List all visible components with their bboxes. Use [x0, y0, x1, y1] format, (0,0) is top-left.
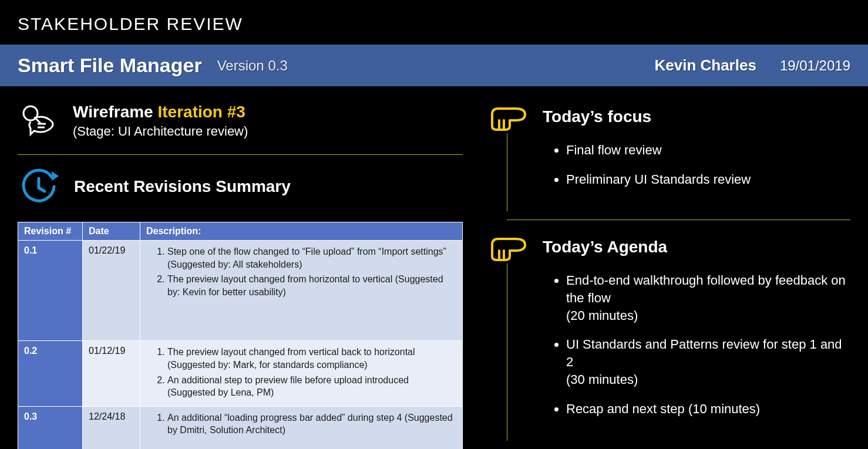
revisions-table: Revision # Date Description: 0.1 01/22/1… [18, 222, 463, 449]
agenda-item: UI Standards and Patterns review for ste… [566, 336, 850, 388]
page-title: STAKEHOLDER REVIEW [0, 0, 868, 45]
col-header-description: Description: [140, 222, 463, 241]
agenda-section: Today’s Agenda End-to-end walkthrough fo… [486, 231, 850, 441]
revision-date: 12/24/18 [83, 406, 140, 449]
divider [18, 154, 463, 155]
pointing-hand-icon [486, 231, 529, 264]
revisions-title: Recent Revisions Summary [74, 177, 291, 196]
svg-line-6 [39, 188, 45, 191]
revision-item: The preview layout changed from horizont… [167, 273, 456, 298]
revision-description: The preview layout changed from vertical… [140, 341, 463, 406]
svg-marker-4 [52, 171, 59, 181]
revision-item: An additional step to preview file befor… [167, 374, 456, 399]
revision-date: 01/22/19 [83, 241, 140, 341]
focus-section: Today’s focus Final flow review Prelimin… [486, 100, 850, 211]
wireframe-stage: (Stage: UI Architecture review) [73, 124, 248, 139]
revision-item: An additional “loading progress bar adde… [167, 411, 456, 437]
author-name: Kevin Charles [654, 56, 756, 75]
revision-number: 0.3 [18, 406, 83, 449]
focus-title: Today’s focus [543, 107, 651, 126]
table-row: 0.2 01/12/19 The preview layout changed … [18, 341, 463, 406]
revision-date: 01/12/19 [83, 341, 140, 406]
col-header-revision: Revision # [18, 222, 83, 241]
banner-date: 19/01/2019 [780, 58, 850, 74]
table-row: 0.1 01/22/19 Step one of the flow change… [18, 241, 463, 341]
focus-item: Final flow review [566, 141, 751, 159]
focus-item: Preliminary UI Standards review [566, 171, 751, 188]
product-name: Smart File Manager [18, 54, 202, 77]
revision-description: An additional “loading progress bar adde… [140, 406, 463, 449]
agenda-item: Recap and next step (10 minutes) [566, 400, 850, 418]
version-label: Version 0.3 [217, 58, 288, 74]
wireframe-prefix: Wireframe [73, 103, 153, 121]
banner: Smart File Manager Version 0.3 Kevin Cha… [0, 45, 868, 86]
agenda-item: End-to-end walkthrough followed by feedb… [566, 272, 850, 324]
wireframe-iteration: Iteration #3 [157, 103, 245, 121]
revision-item: The preview layout changed from vertical… [167, 346, 456, 371]
pointing-hand-icon [486, 100, 529, 133]
revision-number: 0.1 [18, 241, 83, 341]
revision-number: 0.2 [18, 341, 83, 406]
clock-refresh-icon [18, 166, 60, 208]
wireframe-title: Wireframe Iteration #3 [73, 103, 248, 121]
revision-description: Step one of the flow changed to “File up… [140, 241, 463, 341]
divider [507, 220, 850, 220]
review-icon [18, 100, 59, 141]
table-row: 0.3 12/24/18 An additional “loading prog… [18, 406, 463, 449]
col-header-date: Date [83, 222, 140, 241]
revision-item: Step one of the flow changed to “File up… [167, 245, 456, 271]
agenda-title: Today’s Agenda [543, 238, 667, 256]
